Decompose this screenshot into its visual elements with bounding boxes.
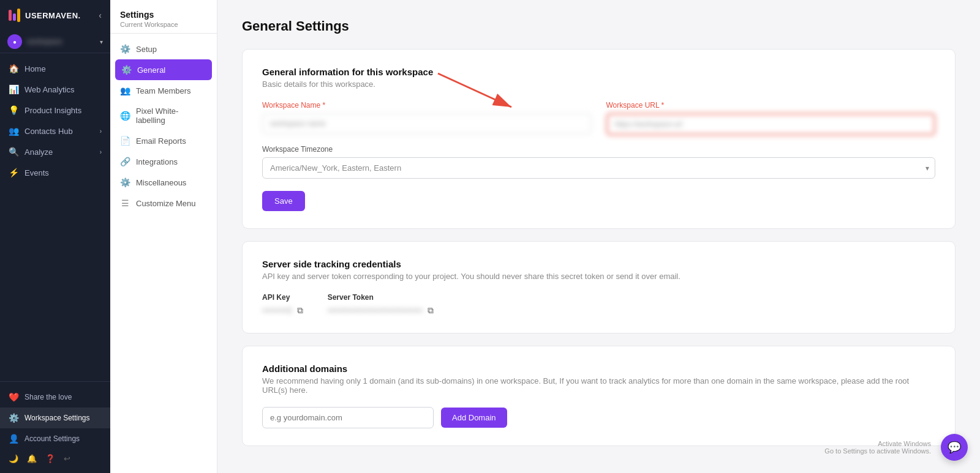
sidebar-item-label: Product Insights [24,106,102,115]
notification-icon[interactable]: 🔔 [27,454,37,463]
general-icon: ⚙️ [121,65,131,75]
heart-icon: ❤️ [9,392,18,402]
chevron-right-icon: › [100,128,102,135]
server-tracking-subtitle: API key and server token corresponding t… [262,272,935,281]
credentials-row: API Key ••••••••••5 ⧉ Server Token •••••… [262,293,935,316]
activate-windows-line1: Activate Windows [824,440,931,447]
moon-icon[interactable]: 🌙 [9,454,18,463]
additional-domains-card: Additional domains We recommend having o… [242,346,956,446]
server-token-value: ••••••••••••••••••••••••••••••••••••• ⧉ [328,305,434,316]
timezone-select-wrapper: America/New_York, Eastern, Eastern ▾ [262,157,935,179]
sidebar-item-label: Home [24,64,102,73]
sidebar-item-web-analytics[interactable]: 📊 Web Analytics [0,79,110,100]
domain-input[interactable] [262,407,434,428]
main-content: General Settings General information for… [217,0,980,473]
sidebar-item-events[interactable]: ⚡ Events [0,162,110,183]
sidebar-item-label: Analyze [24,147,94,157]
sidebar-item-home[interactable]: 🏠 Home [0,58,110,79]
sidebar-item-label: Workspace Settings [24,414,102,422]
settings-nav-label: Team Members [136,86,191,95]
logo-icon [9,9,20,22]
activate-windows-notice: Activate Windows Go to Settings to activ… [824,440,931,455]
sidebar-item-product-insights[interactable]: 💡 Product Insights [0,100,110,121]
server-token-item: Server Token •••••••••••••••••••••••••••… [328,293,434,316]
main-sidebar: USERMAVEN. ‹ ● workspace ▾ 🏠 Home 📊 Web … [0,0,110,473]
workspace-selector[interactable]: ● workspace ▾ [0,31,110,53]
sidebar-item-account-settings[interactable]: 👤 Account Settings [0,428,110,449]
logo-area: USERMAVEN. ‹ [0,0,110,31]
server-tracking-title: Server side tracking credentials [262,259,935,269]
activate-windows-line2: Go to Settings to activate Windows. [824,447,931,455]
settings-nav-integrations[interactable]: 🔗 Integrations [110,151,217,172]
timezone-group: Workspace Timezone America/New_York, Eas… [262,145,935,179]
settings-nav-label: Email Reports [136,136,186,146]
settings-nav-customize-menu[interactable]: ☰ Customize Menu [110,193,217,214]
home-icon: 🏠 [9,64,18,73]
footer-icons: 🌙 🔔 ❓ ↩ [0,449,110,468]
settings-nav-label: Setup [136,45,157,54]
timezone-select[interactable]: America/New_York, Eastern, Eastern [262,157,935,179]
settings-nav-pixel-whitelabelling[interactable]: 🌐 Pixel White-labelling [110,101,217,130]
copy-api-key-button[interactable]: ⧉ [297,305,303,316]
additional-domains-title: Additional domains [262,363,935,374]
sidebar-item-label: Contacts Hub [24,127,94,136]
settings-sidebar-header: Settings Current Workspace [110,0,217,34]
settings-nav: ⚙️ Setup ⚙️ General 👥 Team Members 🌐 Pix… [110,34,217,218]
chat-bubble-button[interactable]: 💬 [941,434,968,461]
collapse-sidebar-button[interactable]: ‹ [99,10,102,20]
card-title: General information for this workspace [262,67,935,77]
workspace-url-group: Workspace URL * [606,101,936,135]
logout-icon[interactable]: ↩ [64,454,70,463]
settings-icon: ⚙️ [9,413,18,423]
api-key-value: ••••••••••5 ⧉ [262,305,303,316]
settings-nav-email-reports[interactable]: 📄 Email Reports [110,130,217,151]
email-icon: 📄 [120,136,130,146]
copy-server-token-button[interactable]: ⧉ [428,305,434,316]
settings-nav-miscellaneous[interactable]: ⚙️ Miscellaneous [110,172,217,193]
settings-nav-label: Integrations [136,157,178,166]
settings-nav-general[interactable]: ⚙️ General [115,59,212,80]
workspace-chevron-icon: ▾ [100,39,103,45]
help-icon[interactable]: ❓ [45,454,55,463]
domain-input-row: Add Domain [262,407,935,428]
server-token-label: Server Token [328,293,434,302]
api-key-item: API Key ••••••••••5 ⧉ [262,293,303,316]
page-title: General Settings [242,18,956,34]
analyze-icon: 🔍 [9,147,18,157]
events-icon: ⚡ [9,168,18,177]
main-wrapper: General Settings General information for… [217,0,980,473]
api-key-label: API Key [262,293,303,302]
sidebar-item-label: Account Settings [24,434,102,443]
sidebar-item-share-love[interactable]: ❤️ Share the love [0,387,110,408]
sidebar-bottom-nav: ❤️ Share the love ⚙️ Workspace Settings … [0,381,110,473]
workspace-name-label: Workspace Name * [262,101,592,110]
timezone-label: Workspace Timezone [262,145,935,154]
sidebar-item-contacts-hub[interactable]: 👥 Contacts Hub › [0,121,110,141]
chevron-right-icon: › [100,149,102,155]
sidebar-item-workspace-settings[interactable]: ⚙️ Workspace Settings [0,408,110,428]
setup-icon: ⚙️ [120,44,130,54]
account-icon: 👤 [9,434,18,444]
sidebar-item-label: Share the love [24,393,102,401]
add-domain-button[interactable]: Add Domain [441,408,507,428]
workspace-fields-row: Workspace Name * Workspace URL * [262,101,935,135]
workspace-url-input[interactable] [606,113,936,135]
web-analytics-icon: 📊 [9,84,18,94]
server-token-text: ••••••••••••••••••••••••••••••••••••• [328,307,423,315]
settings-nav-label: General [137,65,165,75]
product-insights-icon: 💡 [9,105,18,115]
misc-icon: ⚙️ [120,177,130,187]
sidebar-item-analyze[interactable]: 🔍 Analyze › [0,141,110,162]
save-button[interactable]: Save [262,191,305,211]
settings-sidebar: Settings Current Workspace ⚙️ Setup ⚙️ G… [110,0,217,473]
settings-nav-team-members[interactable]: 👥 Team Members [110,80,217,101]
workspace-name-input[interactable] [262,113,592,134]
contacts-hub-icon: 👥 [9,126,18,136]
sidebar-item-label: Web Analytics [24,85,102,94]
settings-nav-setup[interactable]: ⚙️ Setup [110,39,217,59]
settings-nav-label: Customize Menu [136,199,196,208]
card-subtitle: Basic details for this workspace. [262,80,935,89]
settings-title: Settings [120,10,207,20]
workspace-avatar: ● [7,34,22,49]
additional-domains-subtitle: We recommend having only 1 domain (and i… [262,376,935,395]
